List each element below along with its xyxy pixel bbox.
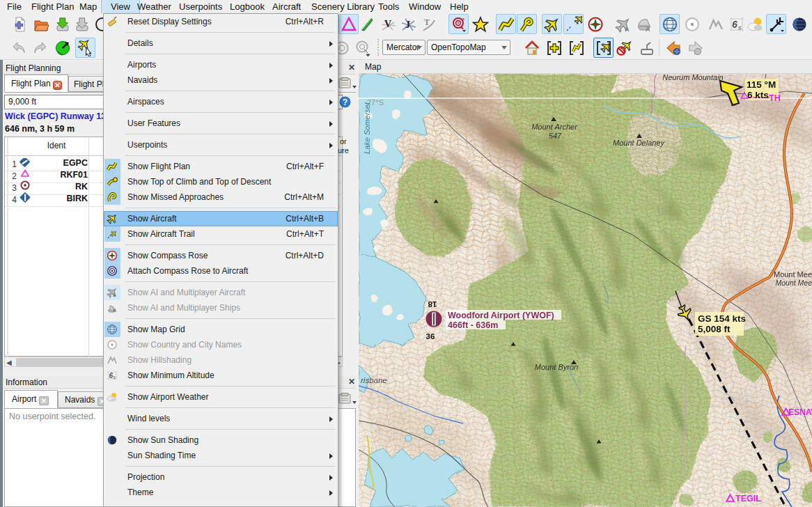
svg-text:A: A xyxy=(113,292,116,297)
svg-text:115 °M: 115 °M xyxy=(747,79,776,90)
svg-text:Woodford Airport (YWOF): Woodford Airport (YWOF) xyxy=(448,311,554,320)
svg-text:s: s xyxy=(738,24,742,31)
svg-text:5,008 ft: 5,008 ft xyxy=(698,324,731,334)
svg-text:6: 6 xyxy=(732,19,737,30)
svg-text:36: 36 xyxy=(426,332,435,341)
svg-text:GS 154 kts: GS 154 kts xyxy=(698,313,746,324)
svg-text:T: T xyxy=(424,17,430,27)
svg-text:466ft - 636m: 466ft - 636m xyxy=(448,320,498,330)
svg-text:ESNAV: ESNAV xyxy=(788,407,812,417)
svg-text:547: 547 xyxy=(549,132,562,140)
svg-text:risbane: risbane xyxy=(361,376,387,384)
svg-text:Neurum Mountain: Neurum Mountain xyxy=(662,74,723,81)
svg-text:V: V xyxy=(384,19,391,29)
svg-text:18: 18 xyxy=(428,300,437,309)
svg-text:TH: TH xyxy=(769,93,781,103)
svg-text:J: J xyxy=(405,20,410,30)
svg-text:?: ? xyxy=(343,98,348,107)
svg-text:s: s xyxy=(113,375,116,380)
svg-text:Lake Somerset: Lake Somerset xyxy=(363,102,371,154)
svg-text:Mount Delaney: Mount Delaney xyxy=(613,139,665,147)
svg-text:Mount Mee: Mount Mee xyxy=(775,279,812,287)
svg-text:A: A xyxy=(625,26,630,33)
svg-text:Mount Mee: Mount Mee xyxy=(774,270,812,279)
svg-text:A: A xyxy=(646,26,650,33)
svg-text:Mount Archer: Mount Archer xyxy=(531,123,578,131)
svg-text:6 kts: 6 kts xyxy=(747,90,769,100)
svg-text:Mount Byron: Mount Byron xyxy=(535,363,578,371)
svg-text:A: A xyxy=(113,308,116,313)
svg-text:TEGIL: TEGIL xyxy=(735,494,761,504)
